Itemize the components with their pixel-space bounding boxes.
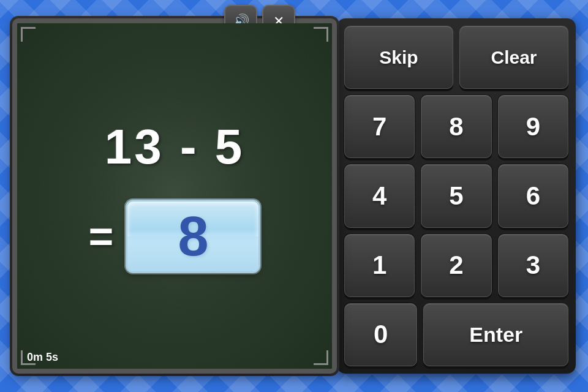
skip-clear-row: Skip Clear xyxy=(344,26,568,89)
equation-display: 13 - 5 xyxy=(105,119,245,175)
numpad-row-123: 1 2 3 xyxy=(344,234,568,297)
chalkboard-surface: 13 - 5 = 8 xyxy=(17,23,332,369)
answer-box: 8 xyxy=(126,200,260,273)
answer-row: = 8 xyxy=(89,200,261,273)
timer-display: 0m 5s xyxy=(27,351,58,364)
button-2[interactable]: 2 xyxy=(421,234,491,297)
clear-button[interactable]: Clear xyxy=(459,26,568,89)
main-container: 🔊 ✕ 13 - 5 = 8 0m 5s Skip xyxy=(0,0,588,392)
numpad-row-789: 7 8 9 xyxy=(344,95,568,158)
skip-button[interactable]: Skip xyxy=(344,26,453,89)
button-9[interactable]: 9 xyxy=(498,95,568,158)
button-5[interactable]: 5 xyxy=(421,164,491,227)
numpad-row-456: 4 5 6 xyxy=(344,164,568,227)
button-4[interactable]: 4 xyxy=(344,164,415,227)
button-6[interactable]: 6 xyxy=(498,164,568,227)
enter-button[interactable]: Enter xyxy=(423,303,568,366)
button-0[interactable]: 0 xyxy=(344,303,417,366)
answer-value: 8 xyxy=(178,205,208,268)
button-3[interactable]: 3 xyxy=(498,234,568,297)
chalkboard-wrapper: 🔊 ✕ 13 - 5 = 8 0m 5s xyxy=(12,18,337,374)
corner-tr xyxy=(314,27,328,42)
button-7[interactable]: 7 xyxy=(344,95,415,158)
button-1[interactable]: 1 xyxy=(344,234,415,297)
equals-sign: = xyxy=(89,212,114,261)
button-8[interactable]: 8 xyxy=(421,95,491,158)
corner-br xyxy=(314,350,328,365)
numpad: Skip Clear 7 8 9 4 5 xyxy=(337,18,576,374)
corner-tl xyxy=(21,27,36,42)
numpad-row-0-enter: 0 Enter xyxy=(344,303,568,366)
